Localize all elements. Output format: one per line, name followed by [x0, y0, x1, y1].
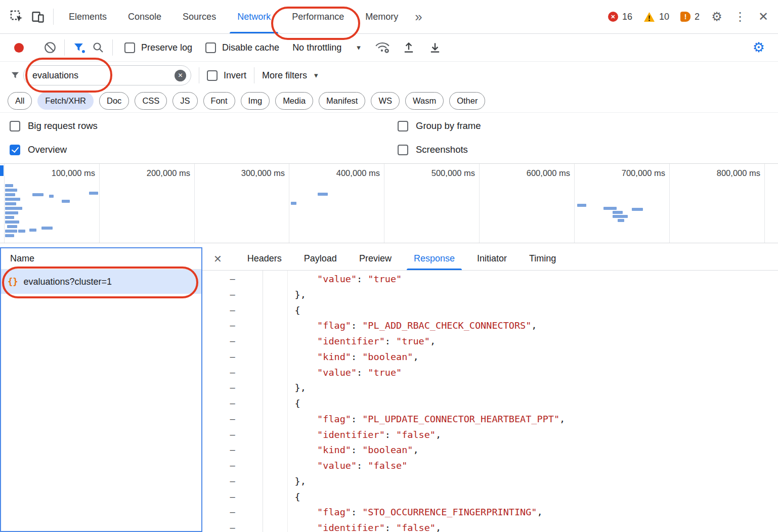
toolbar-divider	[64, 39, 65, 56]
filter-chip-js[interactable]: JS	[172, 92, 197, 110]
response-code-line: "value": "true"	[272, 365, 565, 381]
error-icon: ✕	[608, 12, 618, 22]
filter-chip-other[interactable]: Other	[449, 92, 485, 110]
detail-tab-initiator[interactable]: Initiator	[466, 247, 518, 270]
preserve-log-label: Preserve log	[141, 42, 192, 53]
error-x-glyph: ✕	[611, 14, 615, 20]
request-bar	[41, 227, 53, 230]
network-overview-timeline[interactable]: 100,000 ms200,000 ms300,000 ms400,000 ms…	[0, 163, 778, 243]
request-bar	[613, 215, 628, 218]
checkbox-unchecked-icon	[398, 145, 408, 155]
request-bar	[318, 193, 328, 196]
response-code-line: "value": "true"	[272, 272, 565, 287]
filter-chip-wasm[interactable]: Wasm	[405, 92, 444, 110]
tab-elements[interactable]: Elements	[58, 0, 117, 33]
search-network-button[interactable]	[89, 38, 108, 57]
filter-toggle-button[interactable]	[69, 38, 89, 57]
chevron-double-right-icon: »	[415, 9, 422, 24]
detail-tab-timing[interactable]: Timing	[518, 247, 567, 270]
request-bar	[49, 195, 54, 198]
filter-chip-all[interactable]: All	[8, 92, 32, 110]
network-conditions-button[interactable]	[373, 38, 392, 57]
disable-cache-checkbox[interactable]: Disable cache	[205, 42, 279, 53]
gutter-line-marker: –	[202, 412, 263, 427]
filter-chip-media[interactable]: Media	[275, 92, 313, 110]
timeline-tick-label: 800,000 ms	[670, 168, 760, 178]
request-bar	[5, 198, 20, 201]
timeline-gridline	[574, 164, 575, 243]
group-by-frame-checkbox[interactable]: Group by frame	[398, 120, 481, 131]
overview-checkbox[interactable]: Overview	[10, 144, 67, 155]
response-code-line: "kind": "boolean",	[272, 442, 565, 458]
close-detail-icon[interactable]: ✕	[213, 253, 222, 265]
clear-network-log-button[interactable]	[40, 38, 60, 57]
filter-chip-font[interactable]: Font	[203, 92, 235, 110]
import-har-button[interactable]	[399, 38, 418, 57]
detail-tab-payload[interactable]: Payload	[293, 247, 348, 270]
network-toolbar: Preserve log Disable cache No throttling…	[0, 34, 778, 62]
device-toolbar-toggle-button[interactable]	[27, 6, 49, 27]
response-code-line: "flag": "STO_OCCURRENCE_FINGERPRINTING",	[272, 505, 565, 520]
warning-count: 10	[659, 12, 669, 22]
filter-chip-fetch-xhr[interactable]: Fetch/XHR	[37, 92, 94, 110]
name-column-header[interactable]: Name	[1, 248, 201, 270]
request-bar	[7, 225, 17, 228]
response-code-line: "identifier": "true",	[272, 334, 565, 349]
response-code-line: "flag": "PL_ADD_RBAC_CHECK_CONNECTORS",	[272, 318, 565, 334]
detail-tab-preview[interactable]: Preview	[348, 247, 403, 270]
request-bar	[577, 204, 586, 207]
detail-tab-headers[interactable]: Headers	[236, 247, 293, 270]
gutter-line-marker: –	[202, 505, 263, 520]
request-bar	[613, 211, 623, 214]
record-network-log-button[interactable]	[14, 43, 24, 53]
more-panels-button[interactable]: »	[409, 9, 428, 25]
gutter-line-marker: –	[202, 427, 263, 443]
request-bar	[5, 202, 16, 205]
big-request-rows-label: Big request rows	[28, 120, 98, 131]
tab-sources[interactable]: Sources	[172, 0, 227, 33]
invert-checkbox[interactable]: Invert	[207, 70, 246, 81]
request-row[interactable]: {}evaluations?cluster=1	[1, 270, 201, 294]
filter-chip-doc[interactable]: Doc	[99, 92, 129, 110]
clear-filter-button[interactable]: ✕	[175, 70, 186, 81]
issue-icon: !	[680, 12, 690, 22]
response-code: "value": "true" }, { "flag": "PL_ADD_RBA…	[272, 272, 565, 532]
response-viewer[interactable]: ––––––––––––––––– "value": "true" }, { "…	[202, 271, 778, 532]
gutter-line-marker: –	[202, 272, 263, 287]
request-bar	[32, 193, 44, 196]
filter-chip-manifest[interactable]: Manifest	[319, 92, 365, 110]
console-errors-badge[interactable]: ✕ 16	[603, 12, 637, 22]
overview-selection-handle[interactable]	[0, 165, 4, 176]
tab-performance[interactable]: Performance	[281, 0, 355, 33]
detail-tab-response[interactable]: Response	[403, 247, 466, 270]
settings-button[interactable]: ⚙	[706, 6, 727, 27]
issues-badge[interactable]: ! 2	[676, 12, 704, 22]
toolbar-divider	[254, 67, 254, 83]
inspect-element-button[interactable]	[6, 6, 27, 27]
close-devtools-button[interactable]: ✕	[753, 6, 774, 27]
gutter-line-marker: –	[202, 520, 263, 532]
filter-chip-css[interactable]: CSS	[135, 92, 167, 110]
request-bar	[5, 216, 14, 219]
export-har-button[interactable]	[425, 38, 445, 57]
tab-console[interactable]: Console	[117, 0, 172, 33]
more-filters-button[interactable]: More filters ▾	[262, 70, 318, 81]
network-settings-button[interactable]: ⚙	[753, 39, 770, 56]
console-warnings-badge[interactable]: 10	[639, 12, 674, 22]
timeline-gridline	[669, 164, 670, 243]
screenshots-checkbox[interactable]: Screenshots	[398, 144, 468, 155]
filter-chip-img[interactable]: Img	[241, 92, 270, 110]
throttling-select[interactable]: No throttling ▾	[292, 42, 361, 53]
tab-network[interactable]: Network	[227, 0, 281, 33]
funnel-small-icon	[10, 70, 20, 80]
tab-memory[interactable]: Memory	[355, 0, 409, 33]
filter-chip-ws[interactable]: WS	[371, 92, 400, 110]
network-options: Big request rows Group by frame Overview…	[0, 113, 778, 163]
filter-text-input[interactable]: evaluations ✕	[23, 65, 191, 85]
network-filter-row: evaluations ✕ Invert More filters ▾	[0, 62, 778, 89]
gutter-line-marker: –	[202, 458, 263, 474]
more-options-button[interactable]: ⋮	[729, 6, 751, 27]
preserve-log-checkbox[interactable]: Preserve log	[124, 42, 192, 53]
gutter-line-marker: –	[202, 318, 263, 334]
big-request-rows-checkbox[interactable]: Big request rows	[10, 120, 98, 131]
